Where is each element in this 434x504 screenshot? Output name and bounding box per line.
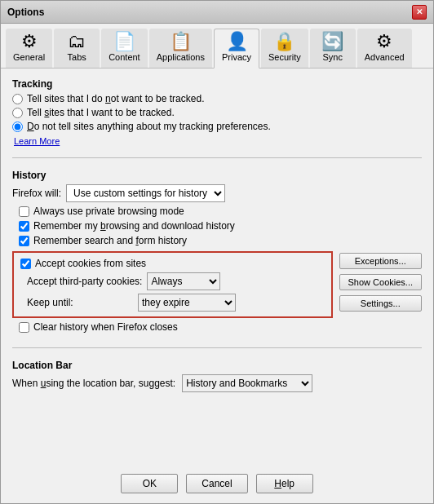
- cookie-box: Accept cookies from sites Accept third-p…: [12, 251, 333, 318]
- keep-until-row: Keep until: they expire I close Firefox …: [27, 294, 325, 312]
- tab-applications-label: Applications: [157, 52, 205, 62]
- privacy-icon: 👤: [226, 33, 248, 51]
- search-history-label: Remember search and form history: [33, 235, 187, 246]
- private-browsing-row: Always use private browsing mode: [19, 206, 422, 217]
- cancel-button[interactable]: Cancel: [186, 474, 247, 493]
- clear-history-row: Clear history when Firefox closes: [19, 321, 333, 333]
- divider-1: [12, 157, 422, 158]
- tracking-label-1: Tell sites that I do not want to be trac…: [27, 93, 204, 104]
- cookies-left: Accept cookies from sites Accept third-p…: [12, 250, 333, 336]
- main-content: Tracking Tell sites that I do not want t…: [1, 69, 433, 467]
- show-cookies-button[interactable]: Show Cookies...: [339, 274, 422, 290]
- tabs-bar: ⚙ General 🗂 Tabs 📄 Content 📋 Application…: [1, 24, 433, 69]
- tracking-radio-2[interactable]: [12, 108, 23, 118]
- tab-sync[interactable]: 🔄 Sync: [310, 29, 356, 68]
- location-bar-label: When using the location bar, suggest:: [12, 378, 175, 389]
- tab-privacy-label: Privacy: [222, 52, 251, 62]
- settings-button[interactable]: Settings...: [339, 295, 422, 312]
- history-will-row: Firefox will: Use custom settings for hi…: [12, 184, 422, 202]
- options-window: Options ✕ ⚙ General 🗂 Tabs 📄 Content 📋 A…: [0, 0, 434, 504]
- keep-until-label: Keep until:: [27, 297, 133, 308]
- tracking-label-2: Tell sites that I want to be tracked.: [27, 107, 175, 118]
- bottom-buttons: OK Cancel Help: [1, 467, 433, 503]
- third-party-label: Accept third-party cookies:: [27, 276, 142, 287]
- ok-button[interactable]: OK: [121, 474, 178, 493]
- browsing-history-label: Remember my browsing and download histor…: [33, 220, 235, 232]
- search-history-row: Remember search and form history: [19, 235, 422, 246]
- accept-cookies-label: Accept cookies from sites: [35, 258, 146, 269]
- tab-general-label: General: [13, 52, 45, 62]
- clear-history-label: Clear history when Firefox closes: [33, 321, 178, 333]
- location-bar-section: Location Bar When using the location bar…: [12, 360, 422, 392]
- security-icon: 🔒: [273, 33, 295, 51]
- tab-privacy[interactable]: 👤 Privacy: [214, 29, 259, 69]
- firefox-will-label: Firefox will:: [12, 188, 61, 199]
- search-history-checkbox[interactable]: [19, 236, 29, 246]
- tab-applications[interactable]: 📋 Applications: [149, 29, 212, 68]
- tab-security[interactable]: 🔒 Security: [261, 29, 308, 68]
- clear-history-checkbox[interactable]: [19, 322, 29, 333]
- help-button[interactable]: Help: [256, 474, 313, 493]
- accept-cookies-checkbox[interactable]: [20, 259, 31, 269]
- tracking-radio-3[interactable]: [12, 122, 23, 132]
- applications-icon: 📋: [170, 33, 192, 51]
- tab-advanced[interactable]: ⚙ Advanced: [357, 29, 412, 68]
- tab-content-label: Content: [108, 52, 140, 62]
- window-title: Options: [7, 7, 44, 18]
- close-button[interactable]: ✕: [412, 5, 427, 20]
- tracking-option-3: Do not tell sites anything about my trac…: [12, 121, 422, 132]
- history-select[interactable]: Use custom settings for history: [66, 184, 225, 202]
- tabs-icon: 🗂: [68, 33, 86, 51]
- content-icon: 📄: [113, 33, 135, 51]
- browsing-history-row: Remember my browsing and download histor…: [19, 220, 422, 232]
- tab-advanced-label: Advanced: [365, 52, 405, 62]
- location-bar-select[interactable]: History and Bookmarks History Bookmarks …: [182, 374, 312, 392]
- tab-tabs-label: Tabs: [68, 52, 86, 62]
- side-buttons: Exceptions... Show Cookies... Settings..…: [339, 253, 422, 312]
- tracking-label-3: Do not tell sites anything about my trac…: [27, 121, 271, 132]
- third-party-row: Accept third-party cookies: Always From …: [27, 272, 325, 290]
- history-title: History: [12, 170, 422, 181]
- third-party-select[interactable]: Always From visited Never: [147, 272, 220, 290]
- accept-cookies-row: Accept cookies from sites: [20, 258, 325, 269]
- tab-security-label: Security: [268, 52, 301, 62]
- tracking-radio-1[interactable]: [12, 94, 23, 104]
- tracking-title: Tracking: [12, 78, 422, 90]
- location-bar-row: When using the location bar, suggest: Hi…: [12, 374, 422, 392]
- browsing-history-checkbox[interactable]: [19, 221, 29, 232]
- sync-icon: 🔄: [321, 33, 343, 51]
- private-browsing-checkbox[interactable]: [19, 206, 29, 217]
- divider-2: [12, 347, 422, 348]
- tracking-option-1: Tell sites that I do not want to be trac…: [12, 93, 422, 104]
- learn-more-link[interactable]: Learn More: [14, 136, 422, 146]
- history-section: History Firefox will: Use custom setting…: [12, 170, 422, 336]
- exceptions-button[interactable]: Exceptions...: [339, 253, 422, 269]
- location-bar-title: Location Bar: [12, 360, 422, 371]
- tab-general[interactable]: ⚙ General: [6, 29, 52, 68]
- tab-content[interactable]: 📄 Content: [101, 29, 148, 68]
- title-bar: Options ✕: [1, 1, 433, 24]
- tracking-section: Tracking Tell sites that I do not want t…: [12, 78, 422, 146]
- advanced-icon: ⚙: [376, 33, 392, 51]
- cookies-area: Accept cookies from sites Accept third-p…: [12, 250, 422, 336]
- general-icon: ⚙: [21, 33, 38, 51]
- tab-tabs[interactable]: 🗂 Tabs: [54, 29, 100, 68]
- private-browsing-label: Always use private browsing mode: [33, 206, 184, 217]
- keep-until-select[interactable]: they expire I close Firefox ask me every…: [138, 294, 236, 312]
- tab-sync-label: Sync: [323, 52, 343, 62]
- tracking-option-2: Tell sites that I want to be tracked.: [12, 107, 422, 118]
